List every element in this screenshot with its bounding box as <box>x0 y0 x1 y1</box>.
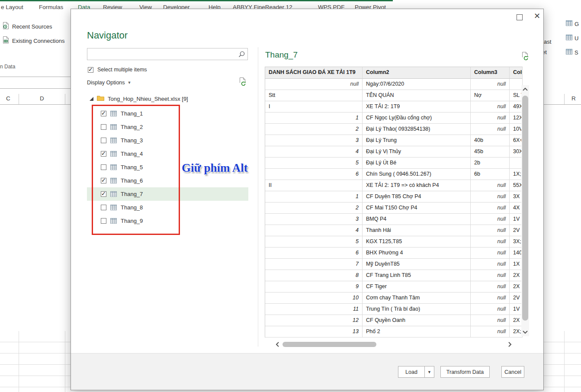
outline-button[interactable]: S <box>566 49 578 56</box>
preview-cell: null <box>471 202 510 214</box>
preview-table: DANH SÁCH GIAO ĐÁ XE TẢI 1T9Column2Colum… <box>265 67 523 337</box>
sheet-item-Thang_3[interactable]: Thang_3 <box>87 134 248 147</box>
existing-connections-icon <box>3 36 9 45</box>
sheet-item-label: Thang_4 <box>121 151 143 157</box>
name-box[interactable] <box>0 77 74 89</box>
preview-cell: 2V <box>510 292 523 304</box>
scroll-left-icon[interactable] <box>273 341 281 348</box>
column-header-letter[interactable]: C <box>6 95 10 102</box>
vertical-scroll-thumb[interactable] <box>522 96 528 321</box>
screenshot-root: e LayoutFormulasDataReviewViewDeveloperH… <box>0 0 581 392</box>
preview-cell: 12 <box>265 315 363 326</box>
chevron-down-icon: ▼ <box>128 80 132 85</box>
sheet-checkbox[interactable] <box>101 205 106 210</box>
column-header-letter[interactable]: R <box>571 95 576 102</box>
sheet-item-Thang_1[interactable]: Thang_1 <box>87 107 248 120</box>
preview-cell: SL T <box>510 90 523 101</box>
search-icon <box>238 51 245 60</box>
preview-column-header: Column2 <box>363 67 471 79</box>
preview-cell: Đại Lý Thảo( 0932854138) <box>363 124 471 135</box>
sheet-checkbox[interactable] <box>101 124 106 130</box>
preview-cell: CF Quyền Oanh <box>363 315 471 326</box>
preview-cell: null <box>471 304 510 315</box>
preview-cell: 1 <box>265 191 363 202</box>
ribbon-tab[interactable]: e Layout <box>1 4 23 10</box>
sheet-checkbox[interactable] <box>101 218 106 224</box>
vertical-scrollbar[interactable] <box>521 85 529 336</box>
preview-cell: 2b <box>471 157 510 169</box>
preview-cell: 3 <box>265 135 363 146</box>
load-dropdown-button[interactable]: ▼ <box>424 366 434 378</box>
select-multiple-label: Select multiple items <box>97 67 147 73</box>
scroll-right-icon[interactable] <box>506 341 514 348</box>
preview-cell: 1 <box>265 112 363 124</box>
preview-cell: null <box>471 214 510 225</box>
restore-window-icon[interactable] <box>517 14 523 20</box>
preview-cell: null <box>471 191 510 202</box>
tree-expander-icon[interactable] <box>90 96 93 102</box>
preview-cell: 3 <box>265 214 363 225</box>
worksheet-icon <box>110 191 117 197</box>
scroll-up-icon[interactable] <box>521 85 529 93</box>
preview-cell: null <box>471 315 510 326</box>
outline-button[interactable]: G <box>566 20 579 27</box>
sheet-item-Thang_7[interactable]: Thang_7 <box>87 187 248 201</box>
sheet-checkbox[interactable] <box>101 111 106 116</box>
sheet-checkbox[interactable] <box>101 138 106 143</box>
transform-data-button[interactable]: Transform Data <box>440 366 490 378</box>
preview-cell: 2 <box>265 202 363 214</box>
grid-icon <box>566 35 572 42</box>
workbook-name: Tong_Hop_Nhieu_Sheet.xlsx [9] <box>108 96 188 102</box>
search-input[interactable] <box>87 48 247 60</box>
preview-cell: null <box>471 112 510 124</box>
pane-divider <box>258 47 258 347</box>
sheet-item-Thang_9[interactable]: Thang_9 <box>87 214 248 228</box>
grid-icon <box>566 20 572 27</box>
preview-cell: 8 <box>265 270 363 281</box>
sheet-checkbox[interactable] <box>101 164 106 170</box>
preview-cell: null <box>471 247 510 259</box>
scroll-down-icon[interactable] <box>521 328 529 336</box>
preview-cell: 12X <box>510 112 523 124</box>
sheet-checkbox[interactable] <box>101 178 106 183</box>
preview-cell: Đại Lý Trung <box>363 135 471 146</box>
preview-cell: 4X <box>510 202 523 214</box>
cancel-button[interactable]: Cancel <box>501 366 524 378</box>
preview-cell: null <box>471 79 510 90</box>
outline-button-label: S <box>575 49 578 56</box>
outline-button[interactable]: U <box>566 35 578 42</box>
refresh-preview-icon[interactable] <box>521 52 530 62</box>
sheet-item-label: Thang_8 <box>121 204 143 211</box>
horizontal-scroll-thumb[interactable] <box>282 342 376 347</box>
existing-connections-button[interactable]: Existing Connections <box>3 36 64 45</box>
select-multiple-row[interactable]: Select multiple items <box>88 67 147 73</box>
sheet-item-Thang_2[interactable]: Thang_2 <box>87 120 248 134</box>
preview-cell: null <box>471 292 510 304</box>
sheet-item-Thang_6[interactable]: Thang_6 <box>87 174 248 187</box>
column-header-letter[interactable]: D <box>40 95 44 102</box>
existing-connections-label: Existing Connections <box>12 38 64 44</box>
select-multiple-checkbox[interactable] <box>88 67 93 73</box>
workbook-tree-root[interactable]: Tong_Hop_Nhieu_Sheet.xlsx [9] <box>90 95 188 102</box>
preview-cell: 2V <box>510 225 523 236</box>
preview-column-header: DANH SÁCH GIAO ĐÁ XE TẢI 1T9 <box>265 67 363 79</box>
refresh-preview-icon[interactable] <box>239 77 247 87</box>
preview-cell: Nợ <box>471 90 510 101</box>
preview-cell: 2X <box>510 270 523 281</box>
column-headers-right: R <box>544 94 581 105</box>
load-button[interactable]: Load <box>398 366 425 378</box>
worksheet-grid-right <box>544 331 581 392</box>
sheet-item-Thang_4[interactable]: Thang_4 <box>87 147 248 161</box>
worksheet-icon <box>110 138 117 143</box>
recent-sources-button[interactable]: Recent Sources <box>3 22 52 31</box>
preview-cell: CF Duyên T85 Chợ P4 <box>363 191 471 202</box>
ribbon-tab[interactable]: Formulas <box>39 4 63 10</box>
display-options-dropdown[interactable]: Display Options ▼ <box>87 80 131 86</box>
sheet-checkbox[interactable] <box>101 151 106 157</box>
close-icon[interactable]: ✕ <box>534 12 540 20</box>
worksheet-icon <box>110 124 117 130</box>
preview-cell: XE TẢI 2: 1T9 <box>363 101 471 112</box>
sheet-item-Thang_8[interactable]: Thang_8 <box>87 201 248 214</box>
sheet-checkbox[interactable] <box>101 191 106 197</box>
preview-cell: 4 <box>265 225 363 236</box>
